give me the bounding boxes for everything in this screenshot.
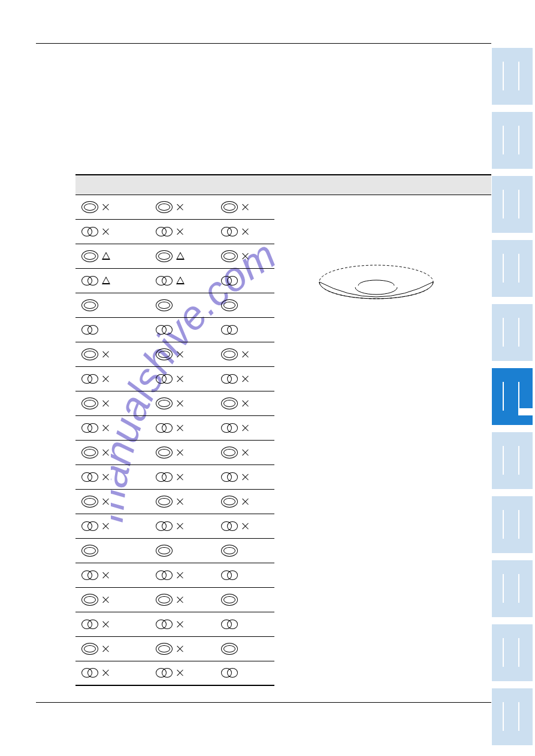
table-cell <box>215 587 274 612</box>
table-cell <box>75 293 150 317</box>
side-tabs <box>492 48 533 752</box>
cross-icon <box>102 645 110 653</box>
section-tab[interactable] <box>492 112 533 169</box>
two-ovals-icon <box>81 521 98 531</box>
table-cell <box>150 563 215 587</box>
table-cell <box>75 612 150 636</box>
table-cell <box>215 244 274 268</box>
section-tab[interactable] <box>492 304 533 361</box>
double-oval-icon <box>156 545 173 557</box>
table-cell <box>75 587 150 612</box>
section-tab[interactable] <box>492 176 533 233</box>
two-ovals-icon <box>156 423 173 433</box>
double-oval-icon <box>221 397 238 409</box>
section-tab[interactable] <box>492 368 533 425</box>
section-tab[interactable] <box>492 624 533 681</box>
two-ovals-icon <box>221 276 238 286</box>
cross-icon <box>241 473 250 481</box>
two-ovals-icon <box>221 570 238 580</box>
cross-icon <box>241 227 250 236</box>
double-oval-icon <box>156 250 173 262</box>
table-cell <box>215 219 274 244</box>
table-cell <box>75 636 150 661</box>
cross-icon <box>241 350 250 359</box>
cross-icon <box>241 497 250 506</box>
table-cell <box>75 366 150 391</box>
triangle-icon <box>102 277 110 284</box>
double-oval-icon <box>81 447 98 459</box>
cross-icon <box>102 424 110 432</box>
double-oval-icon <box>81 299 98 311</box>
two-ovals-icon <box>81 472 98 482</box>
table-cell <box>75 489 150 514</box>
cross-icon <box>102 473 110 481</box>
two-ovals-icon <box>221 227 238 236</box>
table-cell <box>75 268 150 293</box>
table-cell <box>215 440 274 464</box>
two-ovals-icon <box>156 668 173 678</box>
section-tab[interactable] <box>492 48 533 105</box>
cross-icon <box>102 350 110 359</box>
cross-icon <box>102 669 110 677</box>
triangle-icon <box>176 252 185 260</box>
table-cell <box>75 538 150 563</box>
table-cell <box>150 244 215 268</box>
cross-icon <box>102 375 110 383</box>
triangle-icon <box>176 277 185 284</box>
double-oval-icon <box>221 496 238 508</box>
two-ovals-icon <box>156 620 173 629</box>
table-cell <box>150 514 215 538</box>
table-cell <box>150 464 215 489</box>
cross-icon <box>176 203 185 211</box>
cross-icon <box>176 350 185 359</box>
table-cell <box>150 612 215 636</box>
table-header-cell <box>215 175 274 195</box>
cross-icon <box>176 448 185 457</box>
two-ovals-icon <box>221 423 238 433</box>
table-cell <box>150 219 215 244</box>
cross-icon <box>241 399 250 408</box>
cross-icon <box>102 399 110 408</box>
table-cell <box>75 342 150 366</box>
table-cell <box>150 415 215 440</box>
cross-icon <box>176 424 185 432</box>
two-ovals-icon <box>221 620 238 629</box>
cross-icon <box>176 497 185 506</box>
disc-illustration-icon <box>310 261 442 309</box>
table-row <box>75 195 491 219</box>
table-header-cell <box>274 175 491 195</box>
two-ovals-icon <box>81 668 98 678</box>
table-cell <box>150 293 215 317</box>
table-cell <box>215 514 274 538</box>
section-tab[interactable] <box>492 496 533 553</box>
section-tab[interactable] <box>492 432 533 489</box>
table-header-cell <box>75 175 150 195</box>
cross-icon <box>176 620 185 629</box>
double-oval-icon <box>81 250 98 262</box>
two-ovals-icon <box>81 620 98 629</box>
double-oval-icon <box>221 299 238 311</box>
section-tab[interactable] <box>492 688 533 745</box>
double-oval-icon <box>81 545 98 557</box>
cross-icon <box>176 596 185 604</box>
two-ovals-icon <box>156 325 173 335</box>
double-oval-icon <box>81 397 98 409</box>
table-cell <box>75 514 150 538</box>
double-oval-icon <box>156 299 173 311</box>
two-ovals-icon <box>221 374 238 384</box>
table-cell <box>150 489 215 514</box>
section-tab[interactable] <box>492 560 533 617</box>
table-cell <box>150 342 215 366</box>
double-oval-icon <box>221 594 238 606</box>
two-ovals-icon <box>221 472 238 482</box>
double-oval-icon <box>81 496 98 508</box>
two-ovals-icon <box>81 276 98 286</box>
double-oval-icon <box>156 397 173 409</box>
header-rule <box>36 43 491 44</box>
table-cell <box>215 563 274 587</box>
double-oval-icon <box>156 348 173 360</box>
table-cell <box>150 538 215 563</box>
table-cell <box>75 661 150 685</box>
section-tab[interactable] <box>492 240 533 297</box>
table-cell <box>215 415 274 440</box>
